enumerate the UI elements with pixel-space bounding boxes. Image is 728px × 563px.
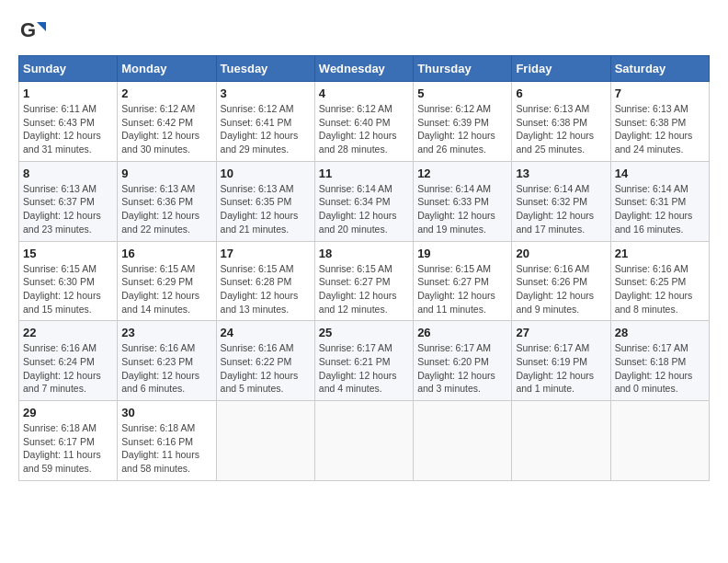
calendar-cell: 6 Sunrise: 6:13 AM Sunset: 6:38 PM Dayli… [512, 82, 610, 162]
calendar-week-5: 29 Sunrise: 6:18 AM Sunset: 6:17 PM Dayl… [19, 401, 710, 481]
day-number: 16 [121, 247, 211, 260]
calendar-cell [610, 401, 709, 481]
day-info: Sunrise: 6:14 AM Sunset: 6:32 PM Dayligh… [516, 182, 606, 236]
calendar-cell: 13 Sunrise: 6:14 AM Sunset: 6:32 PM Dayl… [512, 161, 610, 241]
day-info: Sunrise: 6:18 AM Sunset: 6:16 PM Dayligh… [121, 421, 211, 476]
calendar-cell: 11 Sunrise: 6:14 AM Sunset: 6:34 PM Dayl… [314, 161, 413, 241]
day-info: Sunrise: 6:15 AM Sunset: 6:30 PM Dayligh… [23, 262, 113, 316]
calendar-cell: 25 Sunrise: 6:17 AM Sunset: 6:21 PM Dayl… [314, 321, 413, 401]
day-info: Sunrise: 6:12 AM Sunset: 6:39 PM Dayligh… [417, 102, 507, 156]
calendar-cell: 28 Sunrise: 6:17 AM Sunset: 6:18 PM Dayl… [610, 321, 709, 401]
calendar-cell: 9 Sunrise: 6:13 AM Sunset: 6:36 PM Dayli… [118, 161, 216, 241]
svg-text:G: G [20, 18, 36, 41]
calendar-cell: 22 Sunrise: 6:16 AM Sunset: 6:24 PM Dayl… [19, 321, 118, 401]
day-number: 9 [121, 167, 211, 180]
day-info: Sunrise: 6:12 AM Sunset: 6:42 PM Dayligh… [121, 102, 211, 156]
day-number: 30 [121, 406, 211, 419]
day-number: 1 [23, 86, 113, 100]
day-info: Sunrise: 6:15 AM Sunset: 6:28 PM Dayligh… [221, 262, 311, 316]
page-header: G [18, 18, 710, 46]
calendar-week-4: 22 Sunrise: 6:16 AM Sunset: 6:24 PM Dayl… [19, 321, 710, 401]
day-number: 18 [319, 247, 409, 260]
calendar-week-3: 15 Sunrise: 6:15 AM Sunset: 6:30 PM Dayl… [19, 241, 710, 321]
day-number: 4 [319, 86, 409, 100]
calendar-cell: 18 Sunrise: 6:15 AM Sunset: 6:27 PM Dayl… [314, 241, 413, 321]
day-number: 21 [615, 247, 705, 260]
day-number: 12 [417, 167, 507, 180]
header-tuesday: Tuesday [216, 56, 314, 82]
day-info: Sunrise: 6:17 AM Sunset: 6:18 PM Dayligh… [615, 341, 705, 396]
day-number: 29 [23, 406, 113, 419]
day-info: Sunrise: 6:14 AM Sunset: 6:34 PM Dayligh… [319, 182, 409, 236]
day-info: Sunrise: 6:11 AM Sunset: 6:43 PM Dayligh… [23, 102, 113, 156]
day-info: Sunrise: 6:13 AM Sunset: 6:38 PM Dayligh… [615, 102, 705, 156]
calendar-cell [314, 401, 413, 481]
calendar-cell [414, 401, 512, 481]
day-number: 23 [121, 326, 211, 339]
day-number: 19 [417, 247, 507, 260]
calendar-cell: 3 Sunrise: 6:12 AM Sunset: 6:41 PM Dayli… [216, 82, 314, 162]
calendar-cell: 23 Sunrise: 6:16 AM Sunset: 6:23 PM Dayl… [118, 321, 216, 401]
calendar-cell [216, 401, 314, 481]
day-number: 15 [23, 247, 113, 260]
day-info: Sunrise: 6:13 AM Sunset: 6:37 PM Dayligh… [23, 182, 113, 236]
day-info: Sunrise: 6:18 AM Sunset: 6:17 PM Dayligh… [23, 421, 113, 476]
day-info: Sunrise: 6:16 AM Sunset: 6:24 PM Dayligh… [23, 341, 113, 396]
day-info: Sunrise: 6:15 AM Sunset: 6:27 PM Dayligh… [417, 262, 507, 316]
calendar-cell: 8 Sunrise: 6:13 AM Sunset: 6:37 PM Dayli… [19, 161, 118, 241]
day-number: 3 [221, 86, 311, 100]
day-number: 10 [221, 167, 311, 180]
calendar-cell: 24 Sunrise: 6:16 AM Sunset: 6:22 PM Dayl… [216, 321, 314, 401]
day-info: Sunrise: 6:16 AM Sunset: 6:25 PM Dayligh… [615, 262, 705, 316]
day-info: Sunrise: 6:15 AM Sunset: 6:27 PM Dayligh… [319, 262, 409, 316]
day-number: 5 [417, 86, 507, 100]
calendar-cell: 27 Sunrise: 6:17 AM Sunset: 6:19 PM Dayl… [512, 321, 610, 401]
calendar-cell: 2 Sunrise: 6:12 AM Sunset: 6:42 PM Dayli… [118, 82, 216, 162]
calendar-cell: 1 Sunrise: 6:11 AM Sunset: 6:43 PM Dayli… [19, 82, 118, 162]
calendar-cell: 14 Sunrise: 6:14 AM Sunset: 6:31 PM Dayl… [610, 161, 709, 241]
day-info: Sunrise: 6:16 AM Sunset: 6:22 PM Dayligh… [221, 341, 311, 396]
calendar-cell: 15 Sunrise: 6:15 AM Sunset: 6:30 PM Dayl… [19, 241, 118, 321]
calendar-cell: 21 Sunrise: 6:16 AM Sunset: 6:25 PM Dayl… [610, 241, 709, 321]
day-number: 24 [221, 326, 311, 339]
day-info: Sunrise: 6:17 AM Sunset: 6:19 PM Dayligh… [516, 341, 606, 396]
calendar-cell: 29 Sunrise: 6:18 AM Sunset: 6:17 PM Dayl… [19, 401, 118, 481]
day-number: 17 [221, 247, 311, 260]
day-info: Sunrise: 6:15 AM Sunset: 6:29 PM Dayligh… [121, 262, 211, 316]
day-number: 8 [23, 167, 113, 180]
calendar-cell: 7 Sunrise: 6:13 AM Sunset: 6:38 PM Dayli… [610, 82, 709, 162]
day-info: Sunrise: 6:16 AM Sunset: 6:23 PM Dayligh… [121, 341, 211, 396]
calendar-week-1: 1 Sunrise: 6:11 AM Sunset: 6:43 PM Dayli… [19, 82, 710, 162]
day-info: Sunrise: 6:12 AM Sunset: 6:40 PM Dayligh… [319, 102, 409, 156]
calendar-cell: 12 Sunrise: 6:14 AM Sunset: 6:33 PM Dayl… [414, 161, 512, 241]
day-info: Sunrise: 6:16 AM Sunset: 6:26 PM Dayligh… [516, 262, 606, 316]
header-friday: Friday [512, 56, 610, 82]
day-info: Sunrise: 6:13 AM Sunset: 6:35 PM Dayligh… [221, 182, 311, 236]
calendar-table: SundayMondayTuesdayWednesdayThursdayFrid… [18, 55, 710, 481]
header-thursday: Thursday [414, 56, 512, 82]
day-number: 11 [319, 167, 409, 180]
day-number: 20 [516, 247, 606, 260]
header-monday: Monday [118, 56, 216, 82]
day-number: 27 [516, 326, 606, 339]
calendar-cell: 20 Sunrise: 6:16 AM Sunset: 6:26 PM Dayl… [512, 241, 610, 321]
day-info: Sunrise: 6:17 AM Sunset: 6:20 PM Dayligh… [417, 341, 507, 396]
calendar-cell: 5 Sunrise: 6:12 AM Sunset: 6:39 PM Dayli… [414, 82, 512, 162]
calendar-cell: 4 Sunrise: 6:12 AM Sunset: 6:40 PM Dayli… [314, 82, 413, 162]
day-info: Sunrise: 6:13 AM Sunset: 6:38 PM Dayligh… [516, 102, 606, 156]
calendar-cell: 10 Sunrise: 6:13 AM Sunset: 6:35 PM Dayl… [216, 161, 314, 241]
day-number: 26 [417, 326, 507, 339]
day-number: 22 [23, 326, 113, 339]
day-info: Sunrise: 6:17 AM Sunset: 6:21 PM Dayligh… [319, 341, 409, 396]
calendar-cell: 30 Sunrise: 6:18 AM Sunset: 6:16 PM Dayl… [118, 401, 216, 481]
header-saturday: Saturday [610, 56, 709, 82]
day-number: 25 [319, 326, 409, 339]
calendar-cell: 19 Sunrise: 6:15 AM Sunset: 6:27 PM Dayl… [414, 241, 512, 321]
day-number: 13 [516, 167, 606, 180]
calendar-cell: 26 Sunrise: 6:17 AM Sunset: 6:20 PM Dayl… [414, 321, 512, 401]
svg-marker-1 [37, 22, 46, 31]
logo-icon: G [18, 18, 46, 46]
day-info: Sunrise: 6:12 AM Sunset: 6:41 PM Dayligh… [221, 102, 311, 156]
header-wednesday: Wednesday [314, 56, 413, 82]
calendar-cell: 17 Sunrise: 6:15 AM Sunset: 6:28 PM Dayl… [216, 241, 314, 321]
